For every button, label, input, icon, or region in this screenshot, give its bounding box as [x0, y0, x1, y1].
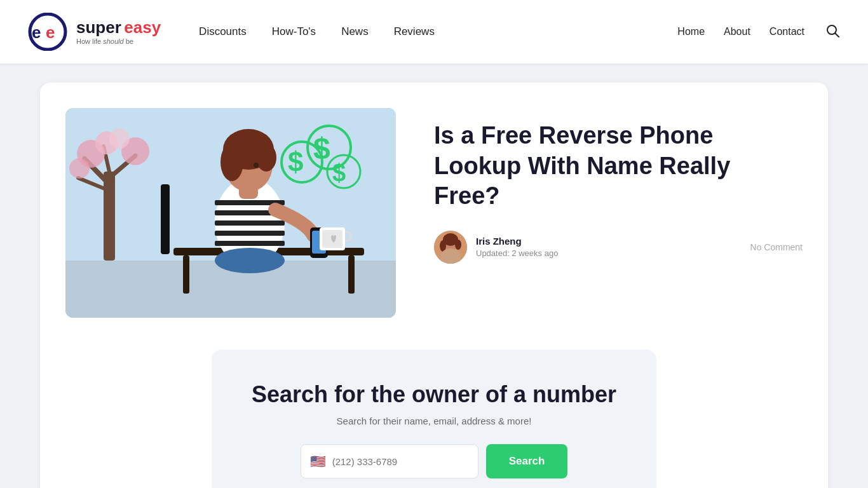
search-widget: Search for the owner of a number Search …: [212, 349, 656, 488]
search-input-row: 🇺🇸 Search: [237, 444, 631, 478]
logo-tagline: How life should be: [76, 37, 161, 45]
svg-rect-19: [348, 255, 355, 294]
search-icon-button[interactable]: [824, 22, 843, 43]
article-image: $ $ $: [65, 108, 396, 318]
svg-point-32: [254, 163, 259, 168]
author-updated: Updated: 2 weeks ago: [476, 248, 558, 258]
site-header: e e super easy How life should be Discou…: [0, 0, 868, 64]
logo-brand: super easy: [76, 18, 161, 37]
author-details: Iris Zheng Updated: 2 weeks ago: [476, 236, 558, 258]
main-content: $ $ $ Is a Free Reverse Phone Lookup Wit…: [21, 83, 847, 488]
svg-rect-25: [215, 231, 285, 236]
nav-home[interactable]: Home: [677, 26, 705, 37]
svg-text:$: $: [288, 146, 303, 177]
phone-input[interactable]: [332, 456, 469, 467]
logo-link[interactable]: e e super easy How life should be: [25, 13, 161, 51]
svg-rect-24: [215, 220, 285, 226]
article-info: Is a Free Reverse Phone Lookup With Name…: [434, 108, 803, 264]
logo-super: super: [76, 18, 121, 37]
svg-point-16: [69, 158, 90, 179]
svg-line-4: [836, 33, 839, 37]
nav-about[interactable]: About: [724, 26, 750, 37]
search-button[interactable]: Search: [486, 444, 568, 478]
logo-icon: e e: [25, 13, 70, 51]
nav-contact[interactable]: Contact: [770, 26, 804, 37]
main-nav: Discounts How-To's News Reviews: [199, 25, 677, 38]
article-title: Is a Free Reverse Phone Lookup With Name…: [434, 121, 803, 212]
svg-rect-50: [445, 250, 456, 261]
right-nav: Home About Contact: [677, 22, 843, 43]
svg-text:e: e: [32, 23, 41, 42]
svg-rect-18: [183, 255, 189, 294]
svg-rect-20: [161, 184, 170, 254]
no-comment-label: No Comment: [750, 242, 803, 252]
svg-point-31: [256, 144, 276, 172]
author-name: Iris Zheng: [476, 236, 558, 247]
search-icon: [826, 24, 840, 38]
nav-reviews[interactable]: Reviews: [394, 25, 435, 38]
nav-howtos[interactable]: How-To's: [272, 25, 316, 38]
logo-easy: easy: [124, 18, 161, 37]
nav-news[interactable]: News: [341, 25, 369, 38]
phone-input-wrapper: 🇺🇸: [301, 444, 478, 478]
author-info: Iris Zheng Updated: 2 weeks ago: [434, 231, 558, 264]
svg-point-48: [455, 240, 461, 250]
flag-icon: 🇺🇸: [310, 454, 326, 469]
svg-point-30: [220, 143, 243, 181]
article-card: $ $ $ Is a Free Reverse Phone Lookup Wit…: [40, 83, 828, 488]
search-widget-subtitle: Search for their name, email, address & …: [237, 416, 631, 426]
article-top: $ $ $ Is a Free Reverse Phone Lookup Wit…: [65, 108, 803, 318]
svg-text:e: e: [46, 23, 55, 42]
svg-point-35: [215, 248, 285, 273]
nav-discounts[interactable]: Discounts: [199, 25, 247, 38]
author-avatar: [434, 231, 467, 264]
svg-rect-26: [215, 241, 285, 246]
search-widget-title: Search for the owner of a number: [237, 381, 631, 408]
logo-text: super easy How life should be: [76, 18, 161, 46]
svg-point-15: [109, 128, 130, 149]
author-row: Iris Zheng Updated: 2 weeks ago No Comme…: [434, 231, 803, 264]
